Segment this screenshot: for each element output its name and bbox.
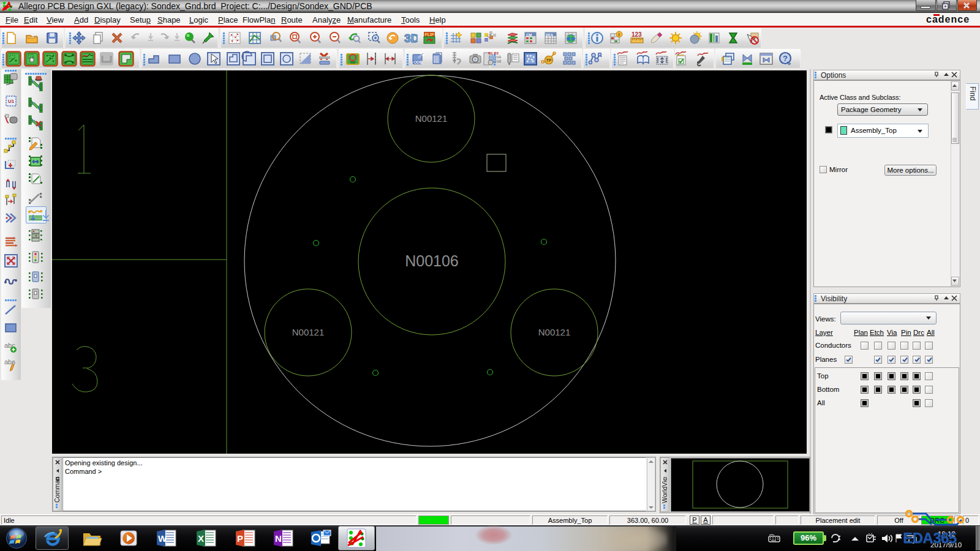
svg-text:P: P <box>237 533 243 544</box>
svg-text:X: X <box>198 533 204 544</box>
svg-text:U1: U1 <box>8 99 15 104</box>
svg-text:i: i <box>619 32 620 37</box>
svg-text:3D: 3D <box>404 32 418 45</box>
svg-text:123: 123 <box>631 31 642 38</box>
svg-text:W: W <box>158 533 167 544</box>
svg-text:N00106: N00106 <box>405 252 459 269</box>
svg-text:FLIP: FLIP <box>425 32 434 37</box>
svg-text:N00121: N00121 <box>538 327 571 337</box>
svg-text:?: ? <box>783 54 788 63</box>
svg-text:U1: U1 <box>497 55 501 59</box>
svg-text:U2: U2 <box>497 59 501 63</box>
svg-text:DFA: DFA <box>546 33 554 37</box>
svg-text:TP: TP <box>546 58 552 62</box>
svg-text:N: N <box>275 533 282 544</box>
svg-text:CM: CM <box>526 33 532 37</box>
svg-text:N00121: N00121 <box>292 327 325 337</box>
svg-text:N00121: N00121 <box>415 113 448 124</box>
svg-text:ODB: ODB <box>413 60 423 64</box>
